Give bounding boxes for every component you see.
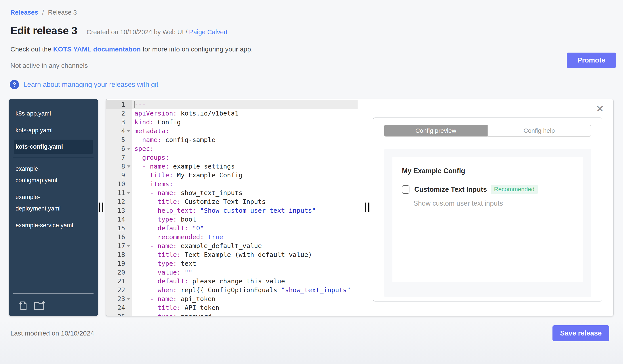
breadcrumb-current: Release 3 (48, 9, 77, 16)
config-preview-panel: ✕ Config previewConfig help My Example C… (358, 99, 613, 316)
line-number: 8 (106, 162, 132, 171)
code-text: type: text (132, 259, 358, 268)
editor-line[interactable]: 20 value: "" (106, 268, 358, 277)
editor-line[interactable]: 15 default: "0" (106, 224, 358, 233)
code-text: --- (132, 100, 358, 109)
breadcrumb-releases-link[interactable]: Releases (10, 9, 38, 16)
editor-line[interactable]: 1--- (106, 100, 358, 109)
indent-guide (150, 312, 150, 316)
line-number: 21 (106, 277, 132, 285)
code-text: spec: (132, 144, 358, 153)
doc-after: for more info on configuring your app. (141, 45, 253, 53)
editor-line[interactable]: 24 title: API token (106, 303, 358, 312)
tab-config-preview[interactable]: Config preview (384, 125, 488, 137)
code-text: title: Customize Text Inputs (132, 197, 358, 206)
editor-line[interactable]: 3kind: Config (106, 118, 358, 127)
fold-arrow-icon[interactable] (127, 192, 131, 194)
close-icon[interactable]: ✕ (596, 104, 604, 114)
recommended-badge: Recommended (491, 185, 537, 194)
fold-arrow-icon[interactable] (127, 245, 131, 247)
file-tree-item[interactable]: kots-app.yaml (9, 122, 98, 139)
line-number: 2 (106, 109, 132, 118)
line-number: 23 (106, 294, 132, 303)
indent-guide (150, 233, 150, 242)
editor-line[interactable]: 7 groups: (106, 153, 358, 162)
git-releases-link[interactable]: Learn about managing your releases with … (23, 81, 158, 89)
line-number: 7 (106, 153, 132, 162)
preview-resize-handle[interactable] (363, 202, 372, 212)
indent-guide (150, 277, 150, 285)
indent-guide (150, 206, 150, 215)
file-list: k8s-app.yamlkots-app.yamlkots-config.yam… (9, 105, 98, 234)
editor-line[interactable]: 5 name: config-sample (106, 135, 358, 144)
file-tree-item[interactable]: example-service.yaml (9, 217, 98, 234)
tab-config-help[interactable]: Config help (488, 125, 591, 137)
line-number: 24 (106, 303, 132, 312)
editor-line[interactable]: 6spec: (106, 144, 358, 153)
editor-line[interactable]: 23 - name: api_token (106, 294, 358, 303)
doc-before: Check out the (10, 45, 53, 53)
line-number: 4 (106, 127, 132, 135)
footer: Last modified on 10/10/2024 Save release (10, 325, 609, 341)
fold-arrow-icon[interactable] (127, 165, 131, 168)
fold-arrow-icon[interactable] (127, 148, 131, 150)
file-tree-divider (13, 158, 93, 158)
code-text: - name: api_token (132, 294, 358, 303)
config-group-title: My Example Config (402, 167, 574, 175)
code-text: kind: Config (132, 118, 358, 127)
editor-line[interactable]: 8 - name: example_settings (106, 162, 358, 171)
editor-line[interactable]: 18 title: Text Example (with default val… (106, 250, 358, 259)
fold-arrow-icon[interactable] (127, 298, 131, 300)
file-tree-item[interactable]: k8s-app.yaml (9, 105, 98, 122)
indent-guide (150, 259, 150, 268)
title-row: Edit release 3 Created on 10/10/2024 by … (0, 16, 623, 37)
config-checkbox[interactable] (402, 185, 409, 194)
editor-line[interactable]: 19 type: text (106, 259, 358, 268)
file-tree-item[interactable]: example-deployment.yaml (9, 189, 98, 217)
indent-guide (150, 268, 150, 277)
text-cursor (134, 101, 135, 108)
editor-line[interactable]: 22 when: repl{{ ConfigOptionEquals "show… (106, 285, 358, 294)
file-tree-item[interactable]: example-configmap.yaml (9, 160, 98, 189)
indent-guide (150, 215, 150, 224)
file-tree-item[interactable]: kots-config.yaml (14, 140, 93, 154)
editor-line[interactable]: 9 title: My Example Config (106, 171, 358, 180)
file-tree-sidebar: k8s-app.yamlkots-app.yamlkots-config.yam… (9, 99, 98, 316)
editor-line[interactable]: 16 recommended: true (106, 233, 358, 242)
file-actions (9, 296, 98, 311)
preview-tabs: Config previewConfig help (384, 125, 591, 137)
promote-button[interactable]: Promote (567, 53, 616, 68)
fold-arrow-icon[interactable] (127, 130, 131, 132)
config-item-row: Customize Text Inputs Recommended (402, 185, 574, 194)
editor-line[interactable]: 4metadata: (106, 127, 358, 135)
new-file-icon[interactable] (18, 300, 28, 310)
page-title: Edit release 3 (10, 24, 77, 37)
editor-line[interactable]: 25 type: password (106, 312, 358, 316)
code-text: groups: (132, 153, 358, 162)
editor-line[interactable]: 10 items: (106, 180, 358, 188)
editor-line[interactable]: 17 - name: example_default_value (106, 242, 358, 250)
editor-line[interactable]: 14 type: bool (106, 215, 358, 224)
code-text: - name: show_text_inputs (132, 188, 358, 197)
code-text: type: password (132, 312, 358, 316)
line-number: 20 (106, 268, 132, 277)
yaml-code-editor[interactable]: 1---2apiVersion: kots.io/v1beta13kind: C… (106, 99, 358, 316)
editor-line[interactable]: 12 title: Customize Text Inputs (106, 197, 358, 206)
indent-guide (150, 285, 150, 294)
editor-line[interactable]: 2apiVersion: kots.io/v1beta1 (106, 109, 358, 118)
editor-line[interactable]: 21 default: please change this value (106, 277, 358, 285)
code-text: title: My Example Config (132, 171, 358, 180)
code-text: items: (132, 180, 358, 188)
kots-yaml-doc-link[interactable]: KOTS YAML documentation (53, 45, 141, 53)
line-number: 19 (106, 259, 132, 268)
save-release-button[interactable]: Save release (553, 325, 609, 341)
editor-line[interactable]: 11 - name: show_text_inputs (106, 188, 358, 197)
line-number: 11 (106, 188, 132, 197)
new-folder-icon[interactable] (34, 300, 46, 310)
editor-line[interactable]: 13 help_text: "Show custom user text inp… (106, 206, 358, 215)
code-text: value: "" (132, 268, 358, 277)
author-link[interactable]: Paige Calvert (189, 28, 227, 36)
code-text: title: API token (132, 303, 358, 312)
sidebar-resize-handle[interactable] (97, 202, 106, 212)
code-text: when: repl{{ ConfigOptionEquals "show_te… (132, 285, 358, 294)
